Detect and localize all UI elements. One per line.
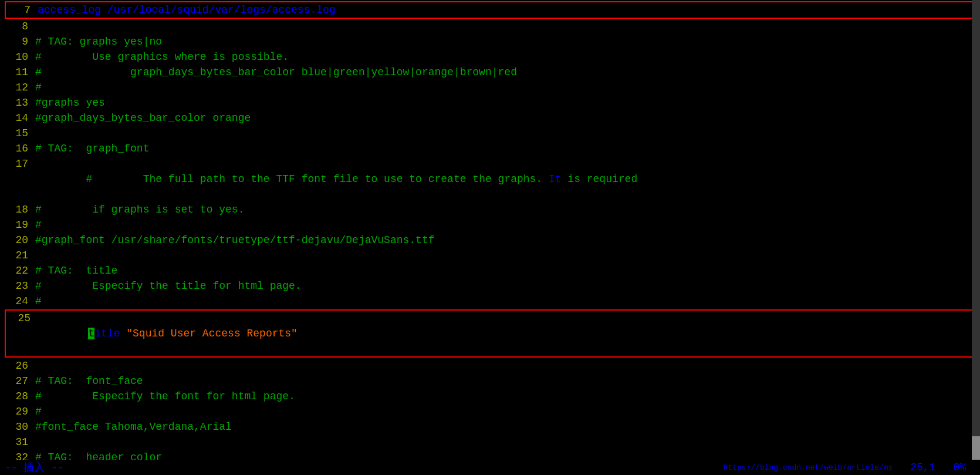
line-number-10: 10: [5, 49, 28, 65]
line-content-23: # Especify the title for html page.: [35, 278, 980, 294]
line-number-26: 26: [5, 358, 28, 373]
cursor-block: t: [88, 328, 94, 339]
editor: 7 access_log /usr/local/squid/var/logs/a…: [0, 0, 980, 475]
line-content-10: # Use graphics where is possible.: [35, 49, 980, 65]
keyword-title: itle: [94, 328, 126, 339]
line-number-18: 18: [5, 202, 28, 217]
line-20: 20 #graph_font /usr/share/fonts/truetype…: [5, 233, 980, 248]
line-number-31: 31: [5, 434, 28, 450]
line-number-22: 22: [5, 263, 28, 278]
status-bar: -- 插入 -- https://blog.csdn.net/weib/arti…: [0, 460, 980, 475]
line-content-9: # TAG: graphs yes|no: [35, 34, 980, 49]
line-12: 12 #: [5, 80, 980, 95]
line-number-24: 24: [5, 294, 28, 309]
line-content-14: #graph_days_bytes_bar_color orange: [35, 110, 980, 126]
line-content-27: # TAG: font_face: [35, 373, 980, 389]
line-content-11: # graph_days_bytes_bar_color blue|green|…: [35, 65, 980, 80]
scrollbar-thumb[interactable]: [972, 436, 980, 460]
line-16: 16 # TAG: graph_font: [5, 141, 980, 156]
line-number-16: 16: [5, 141, 28, 156]
line-11: 11 # graph_days_bytes_bar_color blue|gre…: [5, 65, 980, 80]
line-number-28: 28: [5, 389, 28, 404]
line-content-30: #font_face Tahoma,Verdana,Arial: [35, 419, 980, 434]
line-number-20: 20: [5, 233, 28, 248]
line-9: 9 # TAG: graphs yes|no: [5, 34, 980, 49]
status-url: https://blog.csdn.net/weib/article/ms: [724, 463, 893, 472]
line-number-7: 7: [7, 2, 31, 18]
line-number-30: 30: [5, 419, 28, 434]
line-17: 17 # The full path to the TTF font file …: [5, 156, 980, 202]
line-18: 18 # if graphs is set to yes.: [5, 202, 980, 217]
line-number-25: 25: [7, 311, 31, 326]
line-content-20: #graph_font /usr/share/fonts/truetype/tt…: [35, 233, 980, 248]
line-27: 27 # TAG: font_face: [5, 373, 980, 389]
line-15: 15: [5, 126, 980, 141]
code-area: 7 access_log /usr/local/squid/var/logs/a…: [0, 0, 980, 475]
line-7: 7 access_log /usr/local/squid/var/logs/a…: [5, 1, 980, 19]
line-30: 30 #font_face Tahoma,Verdana,Arial: [5, 419, 980, 434]
line-10: 10 # Use graphics where is possible.: [5, 49, 980, 65]
title-string: "Squid User Access Reports": [126, 328, 298, 339]
line-number-8: 8: [5, 19, 28, 34]
line-number-15: 15: [5, 126, 28, 141]
line-content-17: # The full path to the TTF font file to …: [35, 156, 980, 202]
line-8: 8: [5, 19, 980, 34]
line-number-13: 13: [5, 95, 28, 110]
line-number-9: 9: [5, 34, 28, 49]
scrollbar[interactable]: [972, 0, 980, 460]
status-mode: -- 插入 --: [5, 460, 724, 474]
line-content-24: #: [35, 294, 980, 309]
line-21: 21: [5, 248, 980, 263]
line-14: 14 #graph_days_bytes_bar_color orange: [5, 110, 980, 126]
line-content-28: # Especify the font for html page.: [35, 389, 980, 404]
line-content-13: #graphs yes: [35, 95, 980, 110]
line-17-text2: is required: [562, 173, 638, 185]
line-number-23: 23: [5, 278, 28, 294]
line-content-29: #: [35, 404, 980, 419]
line-number-17: 17: [5, 156, 28, 171]
line-23: 23 # Especify the title for html page.: [5, 278, 980, 294]
line-26: 26: [5, 358, 980, 373]
line-content-18: # if graphs is set to yes.: [35, 202, 980, 217]
line-number-14: 14: [5, 110, 28, 126]
line-19: 19 #: [5, 217, 980, 233]
line-number-19: 19: [5, 217, 28, 233]
line-content-22: # TAG: title: [35, 263, 980, 278]
line-25: 25 title "Squid User Access Reports": [5, 309, 980, 358]
line-13: 13 #graphs yes: [5, 95, 980, 110]
line-29: 29 #: [5, 404, 980, 419]
line-number-11: 11: [5, 65, 28, 80]
line-31: 31: [5, 434, 980, 450]
status-position: 25,1: [910, 461, 935, 473]
line-number-12: 12: [5, 80, 28, 95]
line-17-text: # The full path to the TTF font file to …: [86, 173, 549, 185]
line-content-16: # TAG: graph_font: [35, 141, 980, 156]
line-content-19: #: [35, 217, 980, 233]
line-number-21: 21: [5, 248, 28, 263]
line-content-12: #: [35, 80, 980, 95]
line-24: 24 #: [5, 294, 980, 309]
line-number-27: 27: [5, 373, 28, 389]
line-28: 28 # Especify the font for html page.: [5, 389, 980, 404]
line-content-25: title "Squid User Access Reports": [38, 311, 978, 356]
line-22: 22 # TAG: title: [5, 263, 980, 278]
line-content-7: access_log /usr/local/squid/var/logs/acc…: [38, 2, 978, 18]
status-percent: 0%: [953, 461, 966, 473]
line-17-it: It: [549, 173, 562, 185]
line-number-29: 29: [5, 404, 28, 419]
